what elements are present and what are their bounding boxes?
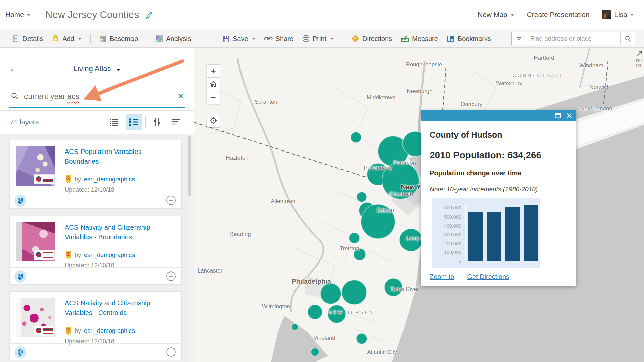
- chart-ytick-label: 200,000: [434, 241, 461, 246]
- layer-card-footer: [10, 192, 181, 208]
- population-circle[interactable]: [349, 233, 360, 243]
- add-layer-button[interactable]: [166, 347, 176, 358]
- popup-titlebar: [421, 110, 576, 121]
- owner-link[interactable]: esri_demographics: [84, 327, 135, 335]
- population-circle[interactable]: [291, 324, 298, 330]
- get-directions-link[interactable]: Get Directions: [467, 273, 509, 281]
- layer-search-input[interactable]: current year acs: [24, 92, 79, 101]
- layer-card-footer: [10, 267, 181, 284]
- filter-sliders-icon: [153, 118, 161, 126]
- layer-title-link[interactable]: ACS Population Variables - Boundaries: [65, 147, 172, 166]
- page-title: New Jersey Counties: [45, 9, 139, 20]
- bookmarks-label: Bookmarks: [458, 35, 491, 43]
- edit-title-button[interactable]: [145, 10, 153, 19]
- basemap-label: Basemap: [110, 35, 138, 43]
- create-presentation-button[interactable]: Create Presentation: [527, 11, 590, 19]
- sort-button[interactable]: [168, 114, 184, 130]
- layer-search-row: current year acs ✕: [0, 84, 194, 111]
- map-label: Wilmington: [262, 303, 290, 310]
- map-label: Parsippany: [364, 165, 392, 171]
- details-label: Details: [22, 35, 43, 43]
- compact-list-view-button[interactable]: [106, 114, 122, 130]
- open-in-map-button[interactable]: [14, 195, 26, 207]
- find-my-location-button[interactable]: [207, 114, 220, 127]
- chevron-down-icon: [116, 69, 120, 71]
- population-value: 2010 Population: 634,266: [430, 150, 567, 161]
- source-dropdown[interactable]: Living Atlas: [0, 64, 194, 73]
- map-label: Danbury: [461, 101, 482, 108]
- owner-link[interactable]: esri_demographics: [84, 252, 135, 259]
- panel-scrollbar-thumb[interactable]: [188, 136, 191, 196]
- share-link-icon: [264, 36, 273, 42]
- chart-ytick-label: 400,000: [434, 223, 461, 229]
- maximize-icon[interactable]: [555, 113, 561, 118]
- user-name: Lisa: [614, 11, 627, 19]
- zoom-in-button[interactable]: +: [207, 64, 220, 78]
- map-label: Hazleton: [226, 155, 248, 161]
- layer-card: ACS Population Variables - Boundaries by…: [9, 140, 182, 209]
- layer-thumbnail[interactable]: [16, 222, 55, 261]
- analysis-button[interactable]: Analysis: [156, 35, 191, 43]
- population-circle[interactable]: [357, 192, 367, 202]
- measure-button[interactable]: Measure: [401, 35, 438, 43]
- basemap-button[interactable]: Basemap: [99, 35, 138, 43]
- clear-search-button[interactable]: ✕: [178, 92, 184, 101]
- expand-icon[interactable]: [636, 50, 643, 57]
- toolbar-divider: [90, 34, 91, 43]
- layer-card-footer: [10, 343, 181, 360]
- population-circle[interactable]: [311, 348, 319, 356]
- map-canvas[interactable]: PoughkeepsieHartfordWindhamCONNECTICUTWa…: [194, 48, 644, 362]
- zoom-to-link[interactable]: Zoom to: [430, 273, 454, 281]
- home-extent-button[interactable]: [207, 77, 220, 91]
- find-address-input[interactable]: [526, 32, 620, 45]
- toolbar-left-group: Details Add Basemap: [12, 29, 191, 48]
- detailed-list-icon: [129, 118, 139, 126]
- share-button[interactable]: Share: [264, 35, 293, 43]
- save-label: Save: [233, 35, 248, 43]
- add-layer-button[interactable]: [166, 195, 176, 207]
- directions-button[interactable]: Directions: [351, 35, 392, 43]
- layer-thumbnail[interactable]: [16, 146, 55, 186]
- share-label: Share: [276, 35, 293, 43]
- population-circle[interactable]: [356, 333, 367, 344]
- toolbar-divider: [342, 34, 342, 43]
- detailed-list-view-button[interactable]: [126, 114, 142, 130]
- panel-scrollbar[interactable]: [190, 134, 193, 362]
- layer-thumbnail[interactable]: [16, 298, 55, 337]
- map-label: Paterson: [393, 160, 416, 166]
- population-circle[interactable]: [342, 280, 367, 305]
- open-in-map-button[interactable]: [14, 270, 26, 283]
- print-button[interactable]: Print: [302, 35, 333, 43]
- population-circle[interactable]: [320, 283, 341, 304]
- population-circle[interactable]: [351, 132, 361, 143]
- bookmarks-button[interactable]: Bookmarks: [447, 35, 491, 43]
- zoom-out-button[interactable]: −: [207, 90, 220, 104]
- owner-link[interactable]: esri_demographics: [84, 176, 135, 183]
- layer-title-link[interactable]: ACS Nativity and Citizenship Variables -…: [65, 298, 172, 318]
- user-menu[interactable]: Lisa: [602, 10, 634, 19]
- layer-title-link[interactable]: ACS Nativity and Citizenship Variables -…: [65, 223, 172, 242]
- search-text-misspelled: acs: [67, 92, 79, 101]
- details-button[interactable]: Details: [12, 35, 43, 43]
- compact-list-icon: [110, 118, 119, 126]
- home-menu[interactable]: Home: [5, 11, 31, 19]
- layer-owner-row: by esri_demographics: [65, 326, 135, 335]
- layer-card: ACS Nativity and Citizenship Variables -…: [9, 291, 182, 360]
- add-layer-button[interactable]: [166, 271, 176, 283]
- source-label: Living Atlas: [73, 64, 111, 73]
- plus-circle-icon: [166, 347, 176, 357]
- close-icon[interactable]: [567, 113, 572, 118]
- open-in-map-button[interactable]: [14, 346, 26, 358]
- add-button[interactable]: Add: [52, 35, 82, 43]
- search-scope-dropdown[interactable]: [512, 32, 526, 45]
- save-button[interactable]: Save: [223, 35, 255, 43]
- map-label: NEW JERSEY: [328, 309, 374, 315]
- new-map-menu[interactable]: New Map: [478, 11, 514, 19]
- chevron-down-icon: [510, 14, 514, 16]
- chart-section-title: Population change over time: [430, 169, 567, 181]
- bar-2000: [505, 207, 520, 261]
- map-label: Poughkeepsie: [406, 61, 442, 68]
- population-circle[interactable]: [308, 305, 322, 319]
- find-search-button[interactable]: [620, 32, 635, 45]
- filter-button[interactable]: [149, 114, 165, 130]
